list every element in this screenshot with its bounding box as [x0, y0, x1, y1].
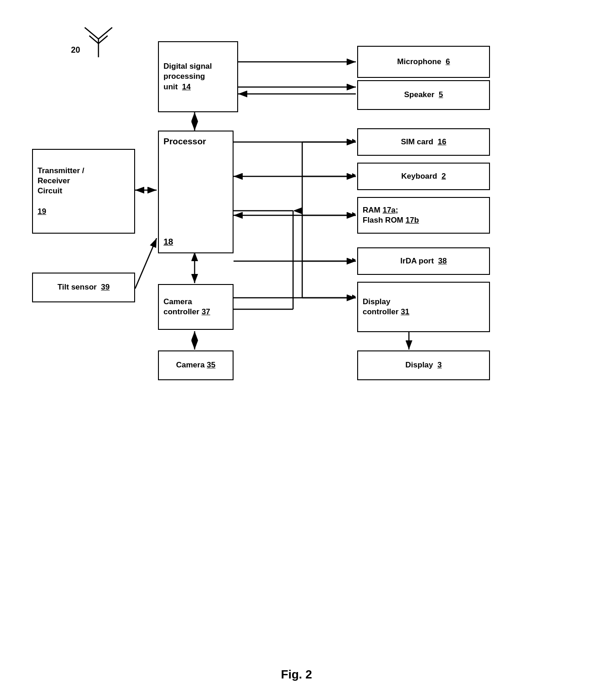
- irda-box: IrDA port 38: [357, 247, 490, 275]
- speaker-num: 5: [439, 90, 443, 100]
- display-num: 3: [437, 360, 441, 370]
- camera-ctrl-label: Camera: [163, 297, 192, 307]
- dsp-label: Digital signal processing unit 14: [163, 61, 212, 92]
- svg-line-6: [89, 36, 98, 44]
- ram-label: RAM 17a;: [363, 205, 398, 215]
- camera-label: Camera: [176, 360, 204, 370]
- irda-label: IrDA port: [400, 256, 434, 266]
- irda-num: 38: [438, 256, 447, 266]
- transmitter-label: Transmitter / Receiver Circuit 19: [38, 166, 84, 216]
- microphone-num: 6: [446, 57, 450, 67]
- dsp-num: 14: [182, 82, 191, 91]
- diagram: 20: [18, 14, 575, 646]
- ram-box: RAM 17a; Flash ROM 17b: [357, 197, 490, 234]
- speaker-box: Speaker 5: [357, 80, 490, 110]
- processor-num: 18: [163, 236, 173, 248]
- svg-text:20: 20: [71, 45, 80, 55]
- svg-line-4: [85, 27, 98, 39]
- fig-label: Fig. 2: [281, 667, 312, 682]
- camera-box: Camera 35: [158, 350, 234, 380]
- display-label: Display: [405, 360, 433, 370]
- svg-line-7: [98, 36, 108, 44]
- flash-label: Flash ROM 17b: [363, 215, 419, 225]
- svg-marker-34: [352, 212, 356, 217]
- camera-num: 35: [207, 360, 216, 370]
- camera-ctrl-label2: controller 37: [163, 307, 210, 317]
- keyboard-box: Keyboard 2: [357, 163, 490, 190]
- simcard-label: SIM card: [401, 137, 433, 147]
- transmitter-box: Transmitter / Receiver Circuit 19: [32, 149, 135, 234]
- processor-label: Processor: [163, 136, 206, 148]
- display-box: Display 3: [357, 350, 490, 380]
- processor-box: Processor 18: [158, 131, 234, 253]
- svg-marker-33: [352, 173, 356, 178]
- camera-ctrl-box: Camera controller 37: [158, 284, 234, 330]
- svg-marker-32: [352, 139, 356, 143]
- simcard-num: 16: [438, 137, 446, 147]
- svg-line-25: [135, 238, 157, 289]
- tilt-label: Tilt sensor: [57, 282, 97, 292]
- svg-line-5: [98, 27, 112, 39]
- svg-marker-35: [352, 258, 356, 262]
- microphone-label: Microphone: [397, 57, 441, 67]
- microphone-box: Microphone 6: [357, 46, 490, 78]
- display-ctrl-label: Display: [363, 297, 390, 307]
- keyboard-label: Keyboard: [401, 171, 437, 181]
- tilt-num: 39: [101, 282, 110, 292]
- display-ctrl-label2: controller 31: [363, 307, 409, 317]
- tilt-box: Tilt sensor 39: [32, 273, 135, 302]
- dsp-box: Digital signal processing unit 14: [158, 41, 238, 112]
- keyboard-num: 2: [441, 171, 446, 181]
- svg-marker-36: [352, 295, 356, 299]
- simcard-box: SIM card 16: [357, 128, 490, 156]
- display-ctrl-box: Display controller 31: [357, 282, 490, 332]
- speaker-label: Speaker: [404, 90, 434, 100]
